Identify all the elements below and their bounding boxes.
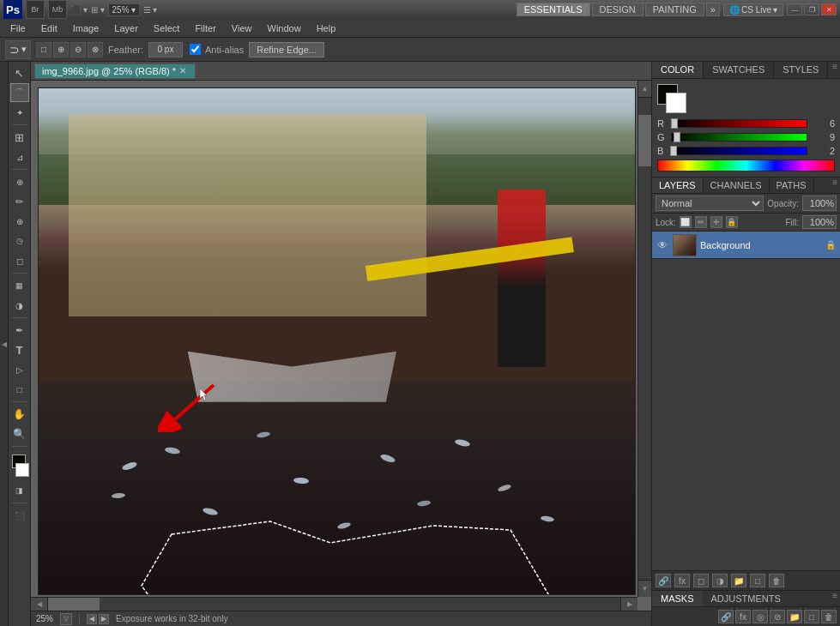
tab-color[interactable]: COLOR (652, 62, 704, 78)
layer-adjustment-button[interactable]: ◑ (712, 574, 728, 587)
feather-input[interactable] (148, 42, 183, 57)
tool-lasso[interactable]: ⌒ (10, 83, 29, 102)
status-prev-btn[interactable]: ◀ (87, 614, 97, 624)
tool-gradient[interactable]: ▦ (10, 276, 29, 295)
menu-window[interactable]: Window (261, 21, 308, 35)
masks-new-btn[interactable]: □ (804, 610, 819, 623)
masks-delete-btn[interactable]: 🗑 (821, 610, 837, 623)
layer-item-background[interactable]: 👁 Background 🔒 (652, 232, 840, 259)
tab-close-icon[interactable]: ✕ (179, 66, 186, 75)
tool-zoom[interactable]: 🔍 (10, 424, 29, 443)
menu-image[interactable]: Image (66, 21, 106, 35)
masks-group-btn[interactable]: 📁 (787, 610, 802, 623)
antialias-checkbox[interactable] (190, 44, 201, 55)
fill-input[interactable] (802, 215, 837, 229)
layer-link-button[interactable]: 🔗 (656, 574, 671, 587)
delete-layer-button[interactable]: 🗑 (769, 574, 784, 587)
left-panel-handle[interactable]: ◀ (0, 62, 9, 626)
intersect-selection-icon[interactable]: ⊗ (88, 42, 103, 57)
workspace-more[interactable]: » (706, 3, 720, 16)
tab-styles[interactable]: STYLES (774, 62, 828, 78)
mb-button[interactable]: Mb (48, 0, 67, 19)
menu-filter[interactable]: Filter (188, 21, 222, 35)
layers-panel-options-btn[interactable]: ≡ (830, 178, 840, 193)
masks-circle-btn[interactable]: ◎ (752, 610, 768, 623)
restore-button[interactable]: ❐ (804, 3, 819, 15)
workspace-painting[interactable]: PAINTING (645, 3, 704, 16)
tool-type[interactable]: T (10, 340, 29, 359)
tool-heal[interactable]: ⊕ (10, 172, 29, 191)
tool-shape[interactable]: □ (10, 380, 29, 399)
color-spectrum[interactable] (657, 160, 835, 172)
vertical-scrollbar[interactable]: ▲ ▼ (638, 81, 651, 597)
menu-edit[interactable]: Edit (34, 21, 64, 35)
menu-file[interactable]: File (3, 21, 33, 35)
add-selection-icon[interactable]: ⊕ (53, 42, 69, 57)
tool-crop[interactable]: ⊞ (10, 128, 29, 147)
masks-panel-options-btn[interactable]: ≡ (830, 591, 840, 606)
r-channel-track[interactable] (671, 119, 807, 128)
blend-mode-select[interactable]: Normal (656, 196, 764, 211)
horizontal-scrollbar[interactable]: ◀ ▶ (31, 597, 638, 611)
bg-swatch[interactable] (666, 93, 686, 113)
menu-view[interactable]: View (225, 21, 259, 35)
color-panel-options-btn[interactable]: ≡ (830, 62, 840, 78)
b-channel-thumb[interactable] (670, 146, 677, 156)
close-button[interactable]: ✕ (821, 3, 837, 15)
workspace-design[interactable]: DESIGN (592, 3, 644, 16)
canvas-scroll-area[interactable]: ▲ ▼ ◀ ▶ (31, 81, 651, 611)
layer-fx-button[interactable]: fx (674, 574, 690, 587)
tool-move[interactable]: ↖ (10, 63, 29, 82)
canvas[interactable] (38, 87, 636, 595)
hscroll-thumb[interactable] (48, 598, 100, 611)
tool-eyedropper[interactable]: ⊿ (10, 147, 29, 166)
lock-transparency-icon[interactable]: ⬜ (680, 216, 692, 228)
bridge-button[interactable]: Br (26, 0, 45, 19)
tab-paths[interactable]: PATHS (770, 178, 814, 193)
lock-all-icon[interactable]: 🔒 (726, 216, 738, 228)
b-channel-track[interactable] (671, 147, 807, 155)
new-selection-icon[interactable]: □ (36, 42, 51, 57)
tool-hand[interactable]: ✋ (10, 405, 29, 424)
tab-channels[interactable]: CHANNELS (704, 178, 770, 193)
tool-selector[interactable]: ⊃ ▾ (5, 40, 31, 59)
background-color[interactable] (15, 463, 29, 477)
tab-masks[interactable]: MASKS (652, 591, 703, 606)
tool-pen[interactable]: ✒ (10, 321, 29, 340)
opacity-input[interactable] (802, 196, 837, 211)
lock-position-icon[interactable]: ✛ (710, 216, 722, 228)
workspace-essentials[interactable]: ESSENTIALS (517, 3, 590, 16)
lock-pixels-icon[interactable]: ✏ (695, 216, 707, 228)
menu-help[interactable]: Help (310, 21, 343, 35)
minimize-button[interactable]: — (787, 3, 802, 15)
vscroll-thumb[interactable] (638, 115, 651, 166)
tool-dodge[interactable]: ◑ (10, 296, 29, 315)
tab-layers[interactable]: LAYERS (652, 178, 704, 193)
layer-visibility-toggle[interactable]: 👁 (656, 238, 669, 252)
tool-clone[interactable]: ⊕ (10, 212, 29, 231)
canvas-tab[interactable]: img_9966.jpg @ 25% (RGB/8) * ✕ (34, 63, 196, 79)
r-channel-thumb[interactable] (671, 118, 678, 129)
status-info-icon[interactable]: ▽ (60, 613, 72, 625)
status-next-btn[interactable]: ▶ (99, 614, 109, 624)
masks-link-btn[interactable]: 🔗 (718, 610, 734, 623)
tool-wand[interactable]: ✦ (10, 103, 29, 122)
tool-path-select[interactable]: ▷ (10, 360, 29, 379)
g-channel-track[interactable] (671, 133, 807, 141)
tab-swatches[interactable]: SWATCHES (704, 62, 774, 78)
tab-adjustments[interactable]: ADJUSTMENTS (703, 591, 789, 606)
screen-mode-button[interactable]: ⬛ (10, 506, 29, 525)
quick-mask-button[interactable]: ◨ (10, 481, 29, 500)
masks-fx-btn[interactable]: fx (735, 610, 751, 623)
screen-mode-selector[interactable]: ⬛ ▾ (70, 5, 88, 15)
document-layout-selector[interactable]: ⊞ ▾ (91, 5, 105, 15)
tool-brush[interactable]: ✏ (10, 192, 29, 211)
cslive-button[interactable]: 🌐 CS Live ▾ (723, 3, 783, 16)
menu-select[interactable]: Select (147, 21, 187, 35)
arrange-selector[interactable]: ☰ ▾ (143, 5, 158, 15)
refine-edge-button[interactable]: Refine Edge... (249, 42, 324, 57)
new-layer-button[interactable]: □ (750, 574, 765, 587)
g-channel-thumb[interactable] (674, 132, 680, 142)
masks-filter-btn[interactable]: ⊘ (770, 610, 785, 623)
tool-eraser[interactable]: ◻ (10, 251, 29, 270)
